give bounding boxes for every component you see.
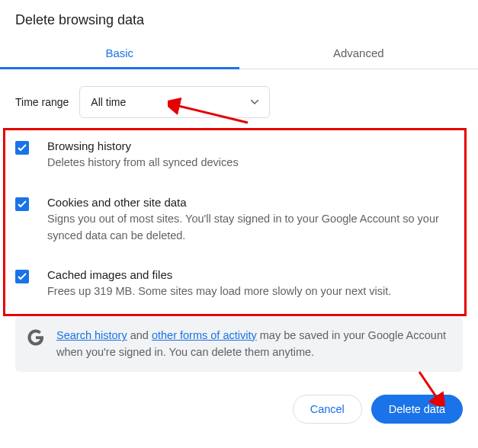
google-logo-icon bbox=[27, 329, 44, 346]
option-cookies: Cookies and other site data Signs you ou… bbox=[15, 185, 463, 258]
option-description: Deletes history from all synced devices bbox=[47, 155, 463, 171]
option-title: Cached images and files bbox=[47, 268, 463, 281]
option-title: Cookies and other site data bbox=[47, 196, 463, 209]
checkbox-cookies[interactable] bbox=[15, 197, 29, 211]
time-range-select[interactable]: All time bbox=[79, 86, 270, 118]
cancel-button-label: Cancel bbox=[310, 403, 345, 415]
option-cached: Cached images and files Frees up 319 MB.… bbox=[15, 258, 463, 314]
tabs: Basic Advanced bbox=[0, 39, 478, 69]
checkbox-cached[interactable] bbox=[15, 270, 29, 283]
clear-browsing-data-dialog: Delete browsing data Basic Advanced Time… bbox=[0, 0, 478, 439]
chevron-down-icon bbox=[251, 100, 258, 104]
tab-basic-label: Basic bbox=[105, 46, 133, 59]
dialog-title: Delete browsing data bbox=[15, 12, 463, 28]
time-range-value: All time bbox=[91, 96, 126, 108]
cancel-button[interactable]: Cancel bbox=[293, 395, 362, 424]
delete-data-button-label: Delete data bbox=[389, 403, 445, 415]
option-browsing-history: Browsing history Deletes history from al… bbox=[15, 129, 463, 185]
search-history-link[interactable]: Search history bbox=[56, 329, 127, 341]
tab-advanced[interactable]: Advanced bbox=[239, 39, 479, 69]
time-range-row: Time range All time bbox=[15, 86, 463, 118]
time-range-label: Time range bbox=[15, 96, 69, 108]
info-text: Search history and other forms of activi… bbox=[56, 328, 451, 361]
options-list: Browsing history Deletes history from al… bbox=[15, 129, 463, 314]
other-activity-link[interactable]: other forms of activity bbox=[152, 329, 257, 341]
option-title: Browsing history bbox=[47, 139, 463, 152]
option-description: Frees up 319 MB. Some sites may load mor… bbox=[47, 283, 463, 300]
delete-data-button[interactable]: Delete data bbox=[371, 395, 463, 424]
tab-advanced-label: Advanced bbox=[333, 46, 384, 59]
checkbox-browsing-history[interactable] bbox=[15, 141, 29, 155]
dialog-actions: Cancel Delete data bbox=[15, 395, 463, 424]
option-description: Signs you out of most sites. You'll stay… bbox=[47, 211, 463, 245]
google-account-info: Search history and other forms of activi… bbox=[15, 317, 463, 372]
tab-basic[interactable]: Basic bbox=[0, 39, 239, 69]
